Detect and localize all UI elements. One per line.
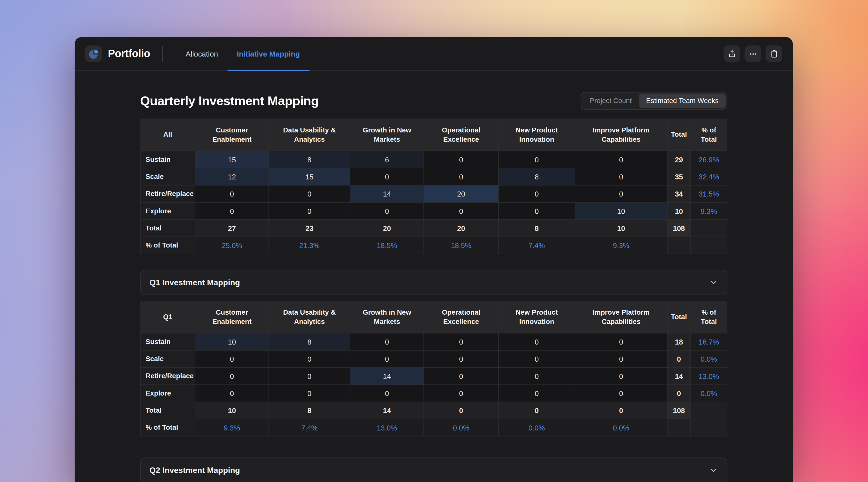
row-total-cell: 14: [667, 367, 691, 385]
value-cell: 0: [575, 385, 667, 402]
table-row: Explore0000010109.3%: [141, 203, 727, 220]
total-value-cell: 0: [499, 402, 575, 419]
empty-cell: [690, 220, 727, 237]
total-value-cell: 20: [350, 220, 424, 237]
column-header: Improve Platform Capabilities: [575, 301, 667, 333]
more-button[interactable]: [745, 46, 761, 62]
row-total-cell: 0: [667, 350, 691, 367]
total-column-header: Total: [667, 119, 691, 151]
corner-header: All: [141, 119, 195, 151]
pct-value-cell: 21.3%: [269, 237, 350, 254]
value-cell: 0: [499, 185, 575, 202]
column-header: Customer Enablement: [195, 119, 269, 151]
value-cell: 0: [575, 350, 667, 367]
total-row-label: Total: [141, 220, 195, 237]
pct-value-cell: 18.5%: [424, 237, 499, 254]
total-row: Total10814000108: [141, 402, 727, 419]
value-cell: 0: [424, 333, 499, 350]
tab-allocation[interactable]: Allocation: [176, 37, 227, 70]
column-header: Data Usability & Analytics: [269, 119, 350, 151]
screenshot-viewport: Portfolio Allocation Initiative Mapping: [0, 0, 868, 482]
column-header: Operational Excellence: [424, 301, 499, 333]
row-label: Explore: [141, 385, 195, 402]
row-pct-cell: 26.9%: [690, 151, 727, 168]
row-pct-cell: 13.0%: [690, 367, 727, 385]
toggle-estimated-team-weeks-label: Estimated Team Weeks: [646, 97, 719, 105]
row-pct-cell: 32.4%: [690, 168, 727, 185]
column-header: Data Usability & Analytics: [269, 301, 350, 333]
total-value-cell: 8: [269, 402, 350, 419]
total-value-cell: 8: [499, 220, 575, 237]
value-cell: 0: [195, 350, 269, 367]
table-all: AllCustomer EnablementData Usability & A…: [140, 119, 727, 254]
row-pct-cell: 9.3%: [690, 203, 727, 220]
row-label: Sustain: [141, 151, 195, 168]
share-button[interactable]: [723, 46, 740, 62]
value-cell: 6: [350, 151, 424, 168]
column-header: Improve Platform Capabilities: [575, 119, 667, 151]
pct-row: % of Total9.3%7.4%13.0%0.0%0.0%0.0%: [141, 419, 727, 436]
total-row-label: Total: [141, 402, 195, 419]
pct-value-cell: 25.0%: [195, 237, 269, 254]
toggle-project-count-label: Project Count: [590, 97, 632, 105]
value-cell: 0: [269, 385, 350, 402]
empty-cell: [667, 419, 691, 436]
header-divider: [162, 46, 163, 62]
value-cell: 14: [350, 367, 424, 385]
total-column-header: Total: [667, 301, 691, 333]
page-title: Quarterly Investment Mapping: [140, 93, 319, 108]
value-cell: 20: [424, 185, 499, 202]
row-total-cell: 18: [667, 333, 691, 350]
value-cell: 10: [195, 333, 269, 350]
table-row: Scale00000000.0%: [141, 350, 727, 367]
section-header-q2[interactable]: Q2 Investment Mapping: [140, 458, 727, 482]
section-header-q1[interactable]: Q1 Investment Mapping: [140, 270, 727, 295]
value-cell: 0: [499, 367, 575, 385]
value-cell: 0: [424, 203, 499, 220]
title-row: Quarterly Investment Mapping Project Cou…: [140, 92, 727, 110]
toggle-estimated-team-weeks[interactable]: Estimated Team Weeks: [639, 93, 726, 108]
value-cell: 15: [195, 151, 269, 168]
tab-initiative-mapping[interactable]: Initiative Mapping: [227, 37, 309, 70]
value-cell: 12: [195, 168, 269, 185]
clipboard-button[interactable]: [766, 46, 782, 62]
value-cell: 0: [269, 350, 350, 367]
row-label: Retire/Replace: [141, 185, 195, 202]
value-cell: 0: [269, 367, 350, 385]
row-label: Retire/Replace: [141, 367, 195, 385]
row-pct-cell: 0.0%: [690, 385, 727, 402]
value-cell: 0: [499, 151, 575, 168]
value-cell: 8: [269, 333, 350, 350]
app-title: Portfolio: [108, 48, 150, 60]
active-tab-underline: [227, 70, 309, 71]
value-cell: 15: [269, 168, 350, 185]
pct-row: % of Total25.0%21.3%18.5%18.5%7.4%9.3%: [141, 237, 727, 254]
value-cell: 0: [350, 333, 424, 350]
table-q1: Q1Customer EnablementData Usability & An…: [140, 301, 727, 436]
total-value-cell: 14: [350, 402, 424, 419]
total-value-cell: 0: [575, 402, 667, 419]
value-cell: 0: [269, 203, 350, 220]
pct-value-cell: 7.4%: [269, 419, 350, 436]
tab-allocation-label: Allocation: [186, 50, 218, 58]
portfolio-app-window: Portfolio Allocation Initiative Mapping: [75, 37, 793, 482]
pct-value-cell: 13.0%: [350, 419, 424, 436]
row-total-cell: 10: [667, 203, 691, 220]
chevron-down-icon[interactable]: [709, 466, 718, 475]
toggle-project-count[interactable]: Project Count: [583, 93, 639, 108]
column-header: Growth in New Markets: [350, 301, 424, 333]
total-value-cell: 27: [195, 220, 269, 237]
value-cell: 0: [424, 367, 499, 385]
value-cell: 0: [424, 168, 499, 185]
value-cell: 10: [575, 203, 667, 220]
column-header: New Product Innovation: [499, 301, 575, 333]
value-cell: 0: [424, 151, 499, 168]
table-row: Sustain15860002926.9%: [141, 151, 727, 168]
value-cell: 0: [195, 367, 269, 385]
value-cell: 0: [350, 350, 424, 367]
value-cell: 0: [350, 385, 424, 402]
total-value-cell: 0: [424, 402, 499, 419]
chevron-down-icon[interactable]: [709, 278, 718, 287]
pie-chart-icon: [88, 49, 99, 59]
corner-header: Q1: [141, 301, 195, 333]
